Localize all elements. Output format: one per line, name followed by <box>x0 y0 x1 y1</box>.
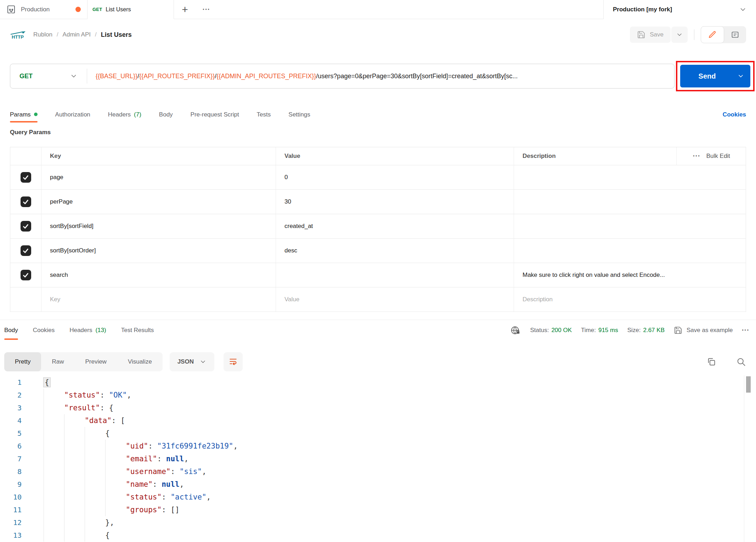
tab-authorization[interactable]: Authorization <box>55 107 90 122</box>
param-value-placeholder[interactable]: Value <box>276 287 514 312</box>
pencil-icon <box>708 30 717 39</box>
param-checkbox-cell <box>10 239 41 263</box>
response-tab-cookies[interactable]: Cookies <box>33 321 55 340</box>
tab-options-button[interactable]: ••• <box>196 0 217 19</box>
request-tab-list-users[interactable]: GET List Users <box>88 0 174 19</box>
divider <box>694 29 694 40</box>
code-content: { <box>30 529 747 542</box>
code-line: 5{ <box>0 427 747 440</box>
code-line: 3"result": { <box>0 401 747 414</box>
param-description[interactable] <box>514 239 746 263</box>
response-tab-body[interactable]: Body <box>4 321 18 340</box>
search-icon[interactable] <box>736 357 746 367</box>
tab-tests[interactable]: Tests <box>257 107 271 122</box>
param-key[interactable]: sortBy[sortField] <box>41 214 276 238</box>
edit-button[interactable] <box>701 26 724 43</box>
method-dropdown[interactable]: GET <box>10 72 87 80</box>
token-key: "email" <box>126 455 157 463</box>
chevron-down-icon <box>199 358 207 365</box>
param-key[interactable]: page <box>41 165 276 189</box>
params-rows: page0perPage30sortBy[sortField]created_a… <box>10 165 746 312</box>
comment-icon <box>731 30 739 39</box>
view-tab-raw[interactable]: Raw <box>41 352 74 371</box>
param-value[interactable]: 0 <box>276 165 514 189</box>
cookies-link[interactable]: Cookies <box>723 107 746 122</box>
code-line: 8"username": "sis", <box>0 465 747 478</box>
format-dropdown[interactable]: JSON <box>170 352 214 371</box>
param-value[interactable]: 30 <box>276 190 514 214</box>
token-str: "31fc6991fe23b19" <box>157 442 233 450</box>
workspace-switcher[interactable]: Production <box>0 0 88 19</box>
params-active-dot <box>34 113 38 116</box>
tab-headers[interactable]: Headers(7) <box>108 107 141 122</box>
more-options-icon[interactable]: ••• <box>693 154 701 159</box>
response-options-button[interactable]: ••• <box>742 328 750 333</box>
save-button[interactable]: Save <box>630 27 671 43</box>
param-key[interactable]: search <box>41 263 276 287</box>
chevron-down-icon <box>70 72 78 80</box>
tab-settings[interactable]: Settings <box>288 107 310 122</box>
save-options-button[interactable] <box>671 27 688 43</box>
tab-pre-request-script[interactable]: Pre-request Script <box>191 107 239 122</box>
param-description-placeholder[interactable]: Description <box>514 287 746 312</box>
comments-button[interactable] <box>724 26 746 43</box>
bulk-edit-button[interactable]: Bulk Edit <box>706 153 730 160</box>
checkbox-checked[interactable] <box>21 245 31 256</box>
breadcrumb-collection[interactable]: Rublon <box>33 31 52 38</box>
token-punc: : <box>100 391 109 399</box>
line-number: 5 <box>0 427 30 440</box>
param-value[interactable]: created_at <box>276 214 514 238</box>
breadcrumb-folder[interactable]: Admin API <box>63 31 91 38</box>
view-tab-preview[interactable]: Preview <box>74 352 117 371</box>
param-description[interactable]: Make sure to click right on value and se… <box>514 263 746 287</box>
code-content: "groups": [] <box>30 503 747 516</box>
tab-count: (13) <box>95 327 106 334</box>
tab-label: Pre-request Script <box>191 111 239 118</box>
token-punc: { <box>105 429 110 438</box>
save-as-example-button[interactable]: Save as example <box>674 326 733 335</box>
copy-icon[interactable] <box>706 357 716 367</box>
tab-body[interactable]: Body <box>159 107 173 122</box>
param-description[interactable] <box>514 190 746 214</box>
tab-label: Headers <box>108 111 131 118</box>
param-key[interactable]: perPage <box>41 190 276 214</box>
tab-params[interactable]: Params <box>10 107 38 122</box>
param-value[interactable] <box>276 263 514 287</box>
view-tab-pretty[interactable]: Pretty <box>4 352 41 371</box>
tab-title: List Users <box>106 6 131 13</box>
column-header-description: Description <box>514 147 676 165</box>
meta-value: 200 OK <box>551 327 572 334</box>
column-header-key: Key <box>41 147 276 165</box>
view-tab-visualize[interactable]: Visualize <box>117 352 163 371</box>
environment-name: Production [my fork] <box>613 6 672 13</box>
send-options-button[interactable] <box>731 65 750 87</box>
token-punc: , <box>207 493 211 501</box>
code-line: 2"status": "OK", <box>0 389 747 401</box>
checkbox-checked[interactable] <box>21 196 31 207</box>
new-tab-button[interactable]: + <box>174 0 196 19</box>
token-punc: : <box>148 442 157 450</box>
param-key[interactable]: sortBy[sortOrder] <box>41 239 276 263</box>
token-key: "uid" <box>126 442 148 450</box>
param-checkbox-cell <box>10 287 41 312</box>
response-tab-test-results[interactable]: Test Results <box>121 321 154 340</box>
token-str: "active" <box>170 493 206 501</box>
param-key-placeholder[interactable]: Key <box>41 287 276 312</box>
line-number: 7 <box>0 452 30 465</box>
checkbox-checked[interactable] <box>21 221 31 232</box>
send-button[interactable]: Send <box>680 65 750 87</box>
param-value[interactable]: desc <box>276 239 514 263</box>
meta-label: Status: <box>530 327 549 334</box>
param-checkbox-cell <box>10 214 41 238</box>
param-description[interactable] <box>514 165 746 189</box>
environment-selector[interactable]: Production [my fork] <box>603 0 756 19</box>
param-checkbox-cell <box>10 263 41 287</box>
param-description[interactable] <box>514 214 746 238</box>
checkbox-checked[interactable] <box>21 270 31 280</box>
wrap-text-button[interactable] <box>224 352 243 371</box>
scrollbar-thumb[interactable] <box>746 376 751 393</box>
url-input[interactable]: {{BASE_URL}}/{{API_ROUTES_PREFIX}}/{{ADM… <box>87 73 674 80</box>
checkbox-checked[interactable] <box>21 172 31 183</box>
network-globe-icon[interactable] <box>510 325 521 336</box>
response-tab-headers[interactable]: Headers(13) <box>69 321 106 340</box>
